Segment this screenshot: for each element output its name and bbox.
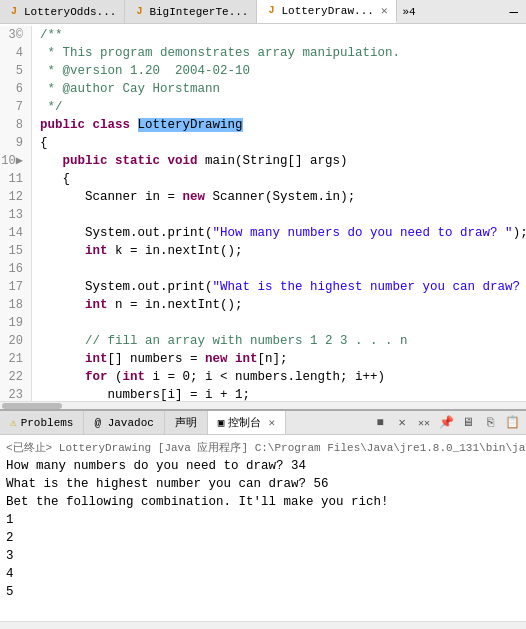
console-line: What is the highest number you can draw?… <box>6 475 520 493</box>
code-line: 10▶ public static void main(String[] arg… <box>0 152 526 170</box>
stop-button[interactable]: ■ <box>370 413 390 433</box>
problems-icon: ⚠ <box>10 416 17 429</box>
console-grid-icon: ▣ <box>218 416 225 429</box>
normal-token: main(String[] args) <box>205 154 348 168</box>
line-number: 5 <box>0 62 32 80</box>
line-number: 13 <box>0 206 32 224</box>
normal-token: .print( <box>160 226 213 240</box>
tab-biginteger-label: BigIntegerTe... <box>149 6 248 18</box>
line-content: numbers[i] = i + 1; <box>32 386 250 401</box>
panel-tab-declaration[interactable]: 声明 <box>165 411 208 434</box>
horizontal-scrollbar[interactable] <box>0 401 526 409</box>
panel-tab-console-label: 控制台 <box>228 415 261 430</box>
normal-token: ( <box>108 370 123 384</box>
panel-tab-problems[interactable]: ⚠ Problems <box>0 411 84 434</box>
remove-button[interactable]: ✕ <box>392 413 412 433</box>
comment-token: This <box>63 46 93 60</box>
code-line: 12 Scanner in = new Scanner(System.in); <box>0 188 526 206</box>
string-token: "What is the highest number you can draw… <box>213 280 526 294</box>
line-content <box>32 206 40 224</box>
remove-all-button[interactable]: ✕✕ <box>414 413 434 433</box>
new-console-button[interactable]: 🖥 <box>458 413 478 433</box>
normal-token: out <box>138 226 161 240</box>
console-horizontal-scrollbar[interactable] <box>0 621 526 629</box>
line-content: * @author Cay Horstmann <box>32 80 220 98</box>
line-content: System.out.print("What is the highest nu… <box>32 278 526 296</box>
normal-token: in <box>325 190 340 204</box>
tab-overflow-button[interactable]: »4 <box>397 0 422 23</box>
tab-close-icon[interactable]: ✕ <box>381 4 388 17</box>
normal-token: Scanner(System. <box>205 190 325 204</box>
panel-tab-javadoc[interactable]: @ Javadoc <box>84 411 164 434</box>
normal-token: numbers[i] = i + 1; <box>40 388 250 401</box>
normal-token: ); <box>340 190 355 204</box>
code-line: 18 int n = in.nextInt(); <box>0 296 526 314</box>
comment-token: * @author Cay Horstmann <box>40 82 220 96</box>
copy-button[interactable]: ⎘ <box>480 413 500 433</box>
class-name-token: LotteryDrawing <box>138 118 243 132</box>
tab-biginteger[interactable]: J BigIntegerTe... <box>125 0 257 23</box>
normal-token <box>40 244 85 258</box>
normal-token: Scanner <box>40 190 145 204</box>
editor-tab-bar: J LotteryOdds... J BigIntegerTe... J Lot… <box>0 0 526 24</box>
line-number: 4 <box>0 44 32 62</box>
console-line: 4 <box>6 565 520 583</box>
line-number: 9 <box>0 134 32 152</box>
line-content: * @version 1.20 2004-02-10 <box>32 62 250 80</box>
panel-tab-declaration-label: 声明 <box>175 415 197 430</box>
keyword-token: static <box>115 154 168 168</box>
console-line: 1 <box>6 511 520 529</box>
java-icon: J <box>265 5 277 17</box>
line-content: // fill an array with numbers 1 2 3 . . … <box>32 332 408 350</box>
line-content: /** <box>32 26 63 44</box>
console-line: <已终止> LotteryDrawing [Java 应用程序] C:\Prog… <box>6 439 520 457</box>
tab-lotteryodds[interactable]: J LotteryOdds... <box>0 0 125 23</box>
code-scroll-area[interactable]: 3©/**4 * This program demonstrates array… <box>0 24 526 401</box>
comment-token: // fill an array with numbers 1 2 3 . . … <box>40 334 408 348</box>
normal-token: [n]; <box>258 352 288 366</box>
minimize-icon: — <box>510 4 518 20</box>
keyword-token: void <box>168 154 206 168</box>
minimize-editor-button[interactable]: — <box>502 0 526 23</box>
code-line: 19 <box>0 314 526 332</box>
code-line: 6 * @author Cay Horstmann <box>0 80 526 98</box>
normal-token: out <box>138 280 161 294</box>
paste-button[interactable]: 📋 <box>502 413 522 433</box>
comment-token: */ <box>40 100 63 114</box>
console-tab-close-icon[interactable]: ✕ <box>268 416 275 429</box>
string-token: "How many numbers do you need to draw? " <box>213 226 513 240</box>
pin-console-button[interactable]: 📌 <box>436 413 456 433</box>
comment-token: * <box>40 46 63 60</box>
normal-token: [] numbers = <box>108 352 206 366</box>
line-content: for (int i = 0; i < numbers.length; i++) <box>32 368 385 386</box>
panel-tab-console[interactable]: ▣ 控制台 ✕ <box>208 411 286 434</box>
line-number: 10▶ <box>0 152 32 170</box>
line-number: 12 <box>0 188 32 206</box>
line-content: { <box>32 134 48 152</box>
console-output: <已终止> LotteryDrawing [Java 应用程序] C:\Prog… <box>0 435 526 621</box>
normal-token: System. <box>40 226 138 240</box>
line-content: Scanner in = new Scanner(System.in); <box>32 188 355 206</box>
scrollbar-thumb[interactable] <box>2 403 62 409</box>
console-line: 3 <box>6 547 520 565</box>
keyword-token: int <box>235 352 258 366</box>
comment-token: /** <box>40 28 63 42</box>
line-content: int[] numbers = new int[n]; <box>32 350 288 368</box>
line-number: 23 <box>0 386 32 401</box>
line-number: 6 <box>0 80 32 98</box>
tab-lotteryodds-label: LotteryOdds... <box>24 6 116 18</box>
console-line: 2 <box>6 529 520 547</box>
code-line: 13 <box>0 206 526 224</box>
code-line: 11 { <box>0 170 526 188</box>
panel-tab-problems-label: Problems <box>21 417 74 429</box>
comment-token: * @version 1.20 2004-02-10 <box>40 64 250 78</box>
normal-token: i = 0; i < numbers.length; i++) <box>145 370 385 384</box>
keyword-token: for <box>85 370 108 384</box>
tab-lotterydrawing[interactable]: J LotteryDraw... ✕ <box>257 0 396 23</box>
line-number: 19 <box>0 314 32 332</box>
code-line: 14 System.out.print("How many numbers do… <box>0 224 526 242</box>
code-line: 4 * This program demonstrates array mani… <box>0 44 526 62</box>
code-line: 5 * @version 1.20 2004-02-10 <box>0 62 526 80</box>
code-editor: 3©/**4 * This program demonstrates array… <box>0 24 526 409</box>
code-line: 21 int[] numbers = new int[n]; <box>0 350 526 368</box>
